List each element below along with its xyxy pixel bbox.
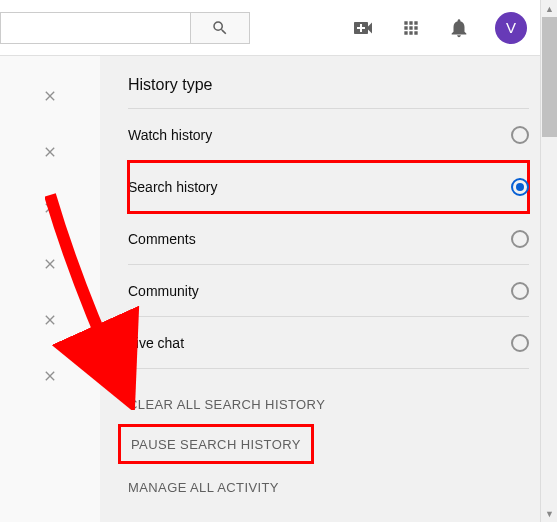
search-button[interactable] bbox=[190, 12, 250, 44]
close-icon bbox=[42, 88, 58, 104]
apps-grid-icon bbox=[401, 18, 421, 38]
option-live-chat[interactable]: Live chat bbox=[128, 317, 529, 369]
pause-search-history-link[interactable]: PAUSE SEARCH HISTORY bbox=[131, 437, 301, 452]
radio-icon bbox=[511, 126, 529, 144]
close-icon bbox=[42, 368, 58, 384]
annotation-highlight-pause: PAUSE SEARCH HISTORY bbox=[118, 424, 314, 464]
content-area: History type Watch history Search histor… bbox=[0, 56, 557, 522]
scrollbar-thumb[interactable] bbox=[542, 17, 557, 137]
option-watch-history[interactable]: Watch history bbox=[128, 109, 529, 161]
scroll-down-icon: ▼ bbox=[541, 505, 557, 522]
close-icon bbox=[42, 312, 58, 328]
manage-activity-link[interactable]: MANAGE ALL ACTIVITY bbox=[128, 468, 529, 507]
remove-item-button[interactable] bbox=[40, 198, 60, 218]
panel-title: History type bbox=[128, 76, 529, 94]
top-bar: V bbox=[0, 0, 557, 56]
option-label: Comments bbox=[128, 231, 196, 247]
close-icon bbox=[42, 256, 58, 272]
search-icon bbox=[211, 19, 229, 37]
video-plus-icon bbox=[351, 16, 375, 40]
top-icons: V bbox=[351, 12, 527, 44]
option-community[interactable]: Community bbox=[128, 265, 529, 317]
actions-block: CLEAR ALL SEARCH HISTORY PAUSE SEARCH HI… bbox=[128, 385, 529, 507]
scroll-up-icon: ▲ bbox=[541, 0, 557, 17]
radio-checked-icon bbox=[511, 178, 529, 196]
create-video-button[interactable] bbox=[351, 16, 375, 40]
history-items-column bbox=[0, 56, 100, 522]
remove-item-button[interactable] bbox=[40, 86, 60, 106]
bell-icon bbox=[448, 17, 470, 39]
remove-item-button[interactable] bbox=[40, 310, 60, 330]
notifications-button[interactable] bbox=[447, 16, 471, 40]
remove-item-button[interactable] bbox=[40, 254, 60, 274]
option-label: Watch history bbox=[128, 127, 212, 143]
radio-icon bbox=[511, 230, 529, 248]
option-search-history[interactable]: Search history bbox=[128, 161, 529, 213]
radio-icon bbox=[511, 282, 529, 300]
radio-icon bbox=[511, 334, 529, 352]
option-label: Community bbox=[128, 283, 199, 299]
history-type-panel: History type Watch history Search histor… bbox=[100, 56, 557, 522]
close-icon bbox=[42, 144, 58, 160]
search-container bbox=[0, 12, 250, 44]
option-label: Search history bbox=[128, 179, 217, 195]
scrollbar[interactable]: ▲ ▼ bbox=[540, 0, 557, 522]
remove-item-button[interactable] bbox=[40, 142, 60, 162]
search-input[interactable] bbox=[0, 12, 190, 44]
option-label: Live chat bbox=[128, 335, 184, 351]
close-icon bbox=[42, 200, 58, 216]
apps-button[interactable] bbox=[399, 16, 423, 40]
avatar[interactable]: V bbox=[495, 12, 527, 44]
option-comments[interactable]: Comments bbox=[128, 213, 529, 265]
clear-search-history-link[interactable]: CLEAR ALL SEARCH HISTORY bbox=[128, 385, 529, 424]
remove-item-button[interactable] bbox=[40, 366, 60, 386]
